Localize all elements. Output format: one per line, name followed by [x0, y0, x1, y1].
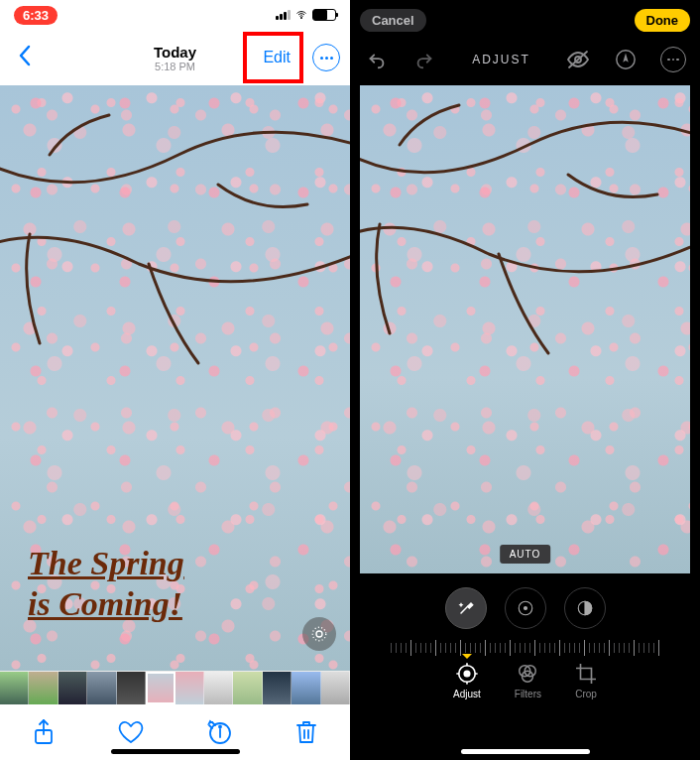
status-bar: 6:33	[0, 0, 350, 30]
thumbnail-strip[interactable]	[0, 671, 350, 704]
edit-button[interactable]: Edit	[251, 41, 302, 74]
status-indicators	[276, 9, 336, 21]
favorite-button[interactable]	[116, 717, 146, 747]
tab-label: Crop	[575, 689, 597, 699]
thumbnail[interactable]	[175, 672, 204, 704]
svg-point-2	[312, 627, 326, 641]
back-button[interactable]	[10, 39, 40, 77]
wifi-icon	[294, 9, 308, 21]
svg-point-0	[300, 17, 301, 18]
more-options-button[interactable]	[312, 44, 340, 71]
edit-photo-viewport[interactable]: AUTO	[360, 85, 690, 573]
thumbnail[interactable]	[0, 672, 29, 704]
watermark-line1: The Spring	[28, 545, 184, 581]
thumbnail[interactable]	[117, 672, 146, 704]
share-button[interactable]	[29, 717, 58, 747]
svg-point-1	[316, 631, 322, 637]
thumbnail[interactable]	[292, 672, 320, 704]
tab-adjust[interactable]: Adjust	[453, 663, 481, 699]
thumbnail[interactable]	[263, 672, 292, 704]
svg-point-12	[464, 671, 470, 677]
tab-label: Filters	[515, 689, 541, 699]
auto-enhance-chip[interactable]: AUTO	[500, 545, 551, 564]
nav-title: Today 5:18 PM	[154, 44, 196, 72]
edit-mode-title: ADJUST	[472, 53, 530, 66]
edit-mode-tabs: Adjust Filters Crop	[350, 663, 700, 727]
hide-original-button[interactable]	[565, 47, 591, 72]
redo-button[interactable]	[411, 47, 437, 72]
auto-enhance-dial[interactable]	[445, 587, 487, 629]
brilliance-dial[interactable]	[564, 587, 606, 629]
thumbnail[interactable]	[204, 672, 233, 704]
watermark-text: The Spring is Coming!	[28, 544, 184, 625]
live-photo-badge[interactable]	[302, 617, 336, 651]
battery-icon	[312, 9, 336, 21]
recording-time-pill: 6:33	[14, 6, 58, 25]
edit-toolbar: ADJUST	[350, 40, 700, 79]
thumbnail[interactable]	[233, 672, 262, 704]
thumbnail[interactable]	[29, 672, 58, 704]
edit-nav-bar: Cancel Done	[350, 0, 700, 40]
thumbnail[interactable]	[58, 672, 87, 704]
tab-filters[interactable]: Filters	[515, 663, 541, 699]
info-button[interactable]	[204, 717, 234, 747]
thumbnail[interactable]	[87, 672, 116, 704]
photo-viewport[interactable]: The Spring is Coming!	[0, 85, 350, 671]
svg-point-5	[219, 726, 221, 728]
cancel-button[interactable]: Cancel	[360, 9, 426, 32]
markup-button[interactable]	[613, 47, 639, 72]
adjustment-dials	[350, 587, 700, 629]
nav-title-text: Today	[154, 44, 196, 61]
exposure-dial[interactable]	[505, 587, 546, 629]
thumbnail[interactable]	[321, 672, 350, 704]
adjust-icon	[456, 663, 478, 685]
filters-icon	[517, 663, 538, 685]
photos-viewer-screen: 6:33 Today 5:18 PM Edit	[0, 0, 350, 760]
nav-bar: Today 5:18 PM Edit	[0, 30, 350, 85]
done-button[interactable]: Done	[635, 9, 691, 32]
home-indicator[interactable]	[461, 749, 590, 754]
crop-icon	[575, 663, 597, 685]
svg-point-9	[524, 607, 526, 610]
tab-crop[interactable]: Crop	[575, 663, 597, 699]
photo-edit-screen: Cancel Done ADJUST	[350, 0, 700, 760]
tab-label: Adjust	[453, 689, 481, 699]
thumbnail-selected[interactable]	[146, 672, 175, 704]
watermark-line2: is Coming!	[28, 585, 182, 622]
nav-subtitle-text: 5:18 PM	[154, 61, 196, 72]
adjustment-slider[interactable]	[368, 635, 682, 661]
photo-illustration	[360, 85, 690, 573]
more-edit-options-button[interactable]	[660, 47, 686, 72]
delete-button[interactable]	[292, 717, 321, 747]
cellular-signal-icon	[276, 10, 291, 20]
undo-button[interactable]	[364, 47, 390, 72]
home-indicator[interactable]	[111, 749, 240, 754]
